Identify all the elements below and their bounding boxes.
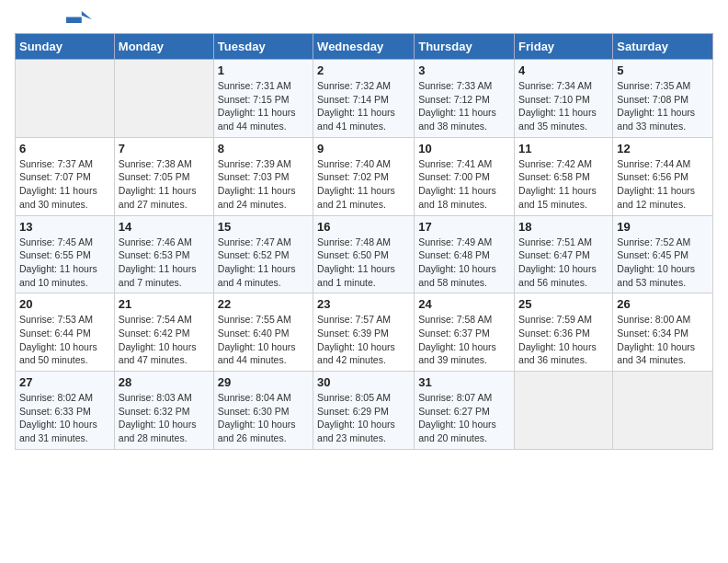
column-header-monday: Monday xyxy=(114,34,213,60)
day-number: 13 xyxy=(19,220,110,234)
day-number: 22 xyxy=(218,297,309,311)
day-info: Sunrise: 7:59 AM Sunset: 6:36 PM Dayligh… xyxy=(518,313,609,367)
calendar-cell: 30Sunrise: 8:05 AM Sunset: 6:29 PM Dayli… xyxy=(313,372,415,450)
calendar-cell: 29Sunrise: 8:04 AM Sunset: 6:30 PM Dayli… xyxy=(213,372,313,450)
calendar-cell: 25Sunrise: 7:59 AM Sunset: 6:36 PM Dayli… xyxy=(515,293,613,372)
day-info: Sunrise: 7:35 AM Sunset: 7:08 PM Dayligh… xyxy=(617,79,709,133)
column-header-thursday: Thursday xyxy=(415,34,515,60)
day-number: 4 xyxy=(518,63,609,77)
calendar-cell: 24Sunrise: 7:58 AM Sunset: 6:37 PM Dayli… xyxy=(415,293,515,372)
day-info: Sunrise: 7:34 AM Sunset: 7:10 PM Dayligh… xyxy=(518,79,609,133)
day-info: Sunrise: 7:55 AM Sunset: 6:40 PM Dayligh… xyxy=(218,313,309,367)
day-info: Sunrise: 7:53 AM Sunset: 6:44 PM Dayligh… xyxy=(19,313,110,367)
day-number: 14 xyxy=(119,220,210,234)
day-info: Sunrise: 8:07 AM Sunset: 6:27 PM Dayligh… xyxy=(418,391,510,445)
calendar-cell: 26Sunrise: 8:00 AM Sunset: 6:34 PM Dayli… xyxy=(613,293,713,372)
day-number: 19 xyxy=(617,220,709,234)
day-info: Sunrise: 8:00 AM Sunset: 6:34 PM Dayligh… xyxy=(617,313,709,367)
day-info: Sunrise: 7:42 AM Sunset: 6:58 PM Dayligh… xyxy=(518,157,609,212)
day-info: Sunrise: 7:52 AM Sunset: 6:45 PM Dayligh… xyxy=(617,236,709,290)
day-number: 7 xyxy=(119,142,210,155)
day-info: Sunrise: 7:45 AM Sunset: 6:55 PM Dayligh… xyxy=(19,236,110,290)
day-number: 9 xyxy=(317,142,410,155)
calendar-table: SundayMondayTuesdayWednesdayThursdayFrid… xyxy=(15,33,713,450)
day-number: 28 xyxy=(119,375,210,389)
calendar-cell: 31Sunrise: 8:07 AM Sunset: 6:27 PM Dayli… xyxy=(415,372,515,450)
day-number: 25 xyxy=(518,297,609,311)
calendar-cell: 3Sunrise: 7:33 AM Sunset: 7:12 PM Daylig… xyxy=(415,60,515,138)
day-info: Sunrise: 7:41 AM Sunset: 7:00 PM Dayligh… xyxy=(418,157,510,212)
day-number: 6 xyxy=(19,142,110,155)
calendar-cell xyxy=(16,60,115,138)
calendar-cell: 16Sunrise: 7:48 AM Sunset: 6:50 PM Dayli… xyxy=(313,215,415,293)
column-header-wednesday: Wednesday xyxy=(313,34,415,60)
calendar-cell: 6Sunrise: 7:37 AM Sunset: 7:07 PM Daylig… xyxy=(16,137,115,215)
calendar-cell: 10Sunrise: 7:41 AM Sunset: 7:00 PM Dayli… xyxy=(415,137,515,215)
day-info: Sunrise: 7:38 AM Sunset: 7:05 PM Dayligh… xyxy=(119,157,210,212)
day-number: 23 xyxy=(317,297,410,311)
day-number: 10 xyxy=(418,142,510,155)
svg-marker-0 xyxy=(66,11,92,23)
calendar-cell: 21Sunrise: 7:54 AM Sunset: 6:42 PM Dayli… xyxy=(114,293,213,372)
calendar-cell: 13Sunrise: 7:45 AM Sunset: 6:55 PM Dayli… xyxy=(16,215,115,293)
day-number: 15 xyxy=(218,220,309,234)
page-header xyxy=(15,15,713,24)
calendar-week-row: 1Sunrise: 7:31 AM Sunset: 7:15 PM Daylig… xyxy=(16,60,713,138)
calendar-week-row: 13Sunrise: 7:45 AM Sunset: 6:55 PM Dayli… xyxy=(16,215,713,293)
calendar-cell: 28Sunrise: 8:03 AM Sunset: 6:32 PM Dayli… xyxy=(114,372,213,450)
day-info: Sunrise: 8:04 AM Sunset: 6:30 PM Dayligh… xyxy=(218,391,309,445)
calendar-cell xyxy=(114,60,213,138)
calendar-header-row: SundayMondayTuesdayWednesdayThursdayFrid… xyxy=(16,34,713,60)
calendar-cell xyxy=(613,372,713,450)
day-number: 21 xyxy=(119,297,210,311)
calendar-cell: 1Sunrise: 7:31 AM Sunset: 7:15 PM Daylig… xyxy=(213,60,313,138)
day-info: Sunrise: 7:44 AM Sunset: 6:56 PM Dayligh… xyxy=(617,157,709,212)
column-header-tuesday: Tuesday xyxy=(213,34,313,60)
day-info: Sunrise: 7:37 AM Sunset: 7:07 PM Dayligh… xyxy=(19,157,110,212)
column-header-saturday: Saturday xyxy=(613,34,713,60)
day-number: 1 xyxy=(218,63,309,77)
day-info: Sunrise: 7:32 AM Sunset: 7:14 PM Dayligh… xyxy=(317,79,410,133)
day-info: Sunrise: 7:33 AM Sunset: 7:12 PM Dayligh… xyxy=(418,79,510,133)
calendar-cell: 5Sunrise: 7:35 AM Sunset: 7:08 PM Daylig… xyxy=(613,60,713,138)
calendar-cell: 23Sunrise: 7:57 AM Sunset: 6:39 PM Dayli… xyxy=(313,293,415,372)
day-number: 26 xyxy=(617,297,709,311)
day-number: 2 xyxy=(317,63,410,77)
calendar-cell: 4Sunrise: 7:34 AM Sunset: 7:10 PM Daylig… xyxy=(515,60,613,138)
calendar-cell: 11Sunrise: 7:42 AM Sunset: 6:58 PM Dayli… xyxy=(515,137,613,215)
column-header-friday: Friday xyxy=(515,34,613,60)
day-info: Sunrise: 7:57 AM Sunset: 6:39 PM Dayligh… xyxy=(317,313,410,367)
day-number: 24 xyxy=(418,297,510,311)
day-info: Sunrise: 7:51 AM Sunset: 6:47 PM Dayligh… xyxy=(518,236,609,290)
calendar-week-row: 6Sunrise: 7:37 AM Sunset: 7:07 PM Daylig… xyxy=(16,137,713,215)
calendar-cell: 22Sunrise: 7:55 AM Sunset: 6:40 PM Dayli… xyxy=(213,293,313,372)
day-number: 5 xyxy=(617,63,709,77)
day-number: 3 xyxy=(418,63,510,77)
calendar-cell: 2Sunrise: 7:32 AM Sunset: 7:14 PM Daylig… xyxy=(313,60,415,138)
column-header-sunday: Sunday xyxy=(16,34,115,60)
day-info: Sunrise: 7:54 AM Sunset: 6:42 PM Dayligh… xyxy=(119,313,210,367)
calendar-cell: 17Sunrise: 7:49 AM Sunset: 6:48 PM Dayli… xyxy=(415,215,515,293)
day-info: Sunrise: 7:47 AM Sunset: 6:52 PM Dayligh… xyxy=(218,236,309,290)
day-number: 30 xyxy=(317,375,410,389)
calendar-cell: 12Sunrise: 7:44 AM Sunset: 6:56 PM Dayli… xyxy=(613,137,713,215)
calendar-cell: 8Sunrise: 7:39 AM Sunset: 7:03 PM Daylig… xyxy=(213,137,313,215)
day-info: Sunrise: 7:40 AM Sunset: 7:02 PM Dayligh… xyxy=(317,157,410,212)
day-number: 18 xyxy=(518,220,609,234)
day-info: Sunrise: 8:05 AM Sunset: 6:29 PM Dayligh… xyxy=(317,391,410,445)
calendar-week-row: 27Sunrise: 8:02 AM Sunset: 6:33 PM Dayli… xyxy=(16,372,713,450)
calendar-cell: 7Sunrise: 7:38 AM Sunset: 7:05 PM Daylig… xyxy=(114,137,213,215)
day-number: 20 xyxy=(19,297,110,311)
calendar-cell: 15Sunrise: 7:47 AM Sunset: 6:52 PM Dayli… xyxy=(213,215,313,293)
day-info: Sunrise: 7:39 AM Sunset: 7:03 PM Dayligh… xyxy=(218,157,309,212)
calendar-cell: 19Sunrise: 7:52 AM Sunset: 6:45 PM Dayli… xyxy=(613,215,713,293)
day-number: 29 xyxy=(218,375,309,389)
calendar-week-row: 20Sunrise: 7:53 AM Sunset: 6:44 PM Dayli… xyxy=(16,293,713,372)
day-number: 11 xyxy=(518,142,609,155)
calendar-cell: 18Sunrise: 7:51 AM Sunset: 6:47 PM Dayli… xyxy=(515,215,613,293)
day-info: Sunrise: 7:48 AM Sunset: 6:50 PM Dayligh… xyxy=(317,236,410,290)
day-number: 12 xyxy=(617,142,709,155)
logo xyxy=(15,15,92,24)
day-number: 31 xyxy=(418,375,510,389)
day-number: 27 xyxy=(19,375,110,389)
